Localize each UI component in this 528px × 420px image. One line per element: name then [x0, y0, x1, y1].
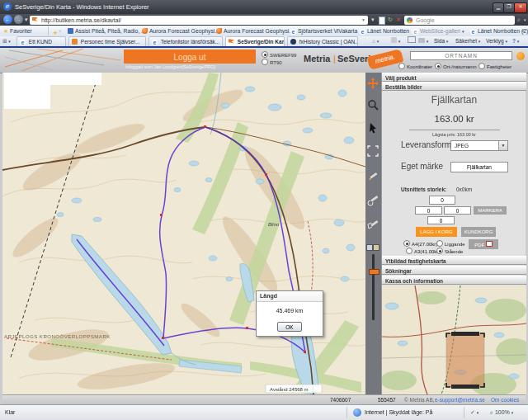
kundkorg-button[interactable]: KUNDKORG: [461, 227, 496, 237]
favorite-link[interactable]: Aurora Forecast Geophysi...: [216, 26, 294, 36]
forward-button[interactable]: →: [14, 15, 23, 24]
status-text: Klar: [5, 409, 15, 415]
pan-tool-icon[interactable]: [366, 78, 380, 91]
zoom-level-control[interactable]: ⌕ 100% ▾: [490, 409, 513, 416]
overview-selection[interactable]: [446, 333, 484, 387]
map-scale-label: Avstånd 24568 m: [270, 387, 309, 392]
pointer-tool-icon[interactable]: [366, 122, 380, 135]
favorite-link[interactable]: eLänet Norrbotten (2): [470, 26, 528, 36]
section-kassa[interactable]: Kassa och information: [382, 276, 526, 285]
add-favorite-icon[interactable]: ★＋: [53, 26, 62, 36]
select-arrow-icon[interactable]: ▼: [498, 141, 507, 150]
favorites-button[interactable]: ★ Favoriter: [3, 26, 32, 36]
pdf-icon: [486, 241, 493, 247]
help-button[interactable]: ? ▾: [512, 36, 519, 46]
window-title: SeSverige/Din Karta - Windows Internet E…: [15, 0, 149, 14]
place-search-input[interactable]: [410, 51, 512, 60]
zoom-tool-icon[interactable]: [366, 99, 380, 112]
mode-ortnamn-radio[interactable]: Ort-/naturnamn: [435, 63, 477, 69]
search-dropdown-icon[interactable]: ▾: [524, 16, 526, 24]
extent-top-input[interactable]: [429, 196, 455, 205]
zoom-slider-track[interactable]: [372, 254, 375, 320]
markera-button[interactable]: MARKERA: [474, 206, 507, 215]
section-bestalla-bilder[interactable]: Beställa bilder: [382, 82, 526, 91]
swatch-tan[interactable]: [373, 244, 380, 251]
orient-liggande-radio[interactable]: Liggande: [436, 240, 465, 247]
extent-right-input[interactable]: [444, 206, 471, 215]
browser-window: e SeSverige/Din Karta - Windows Internet…: [0, 0, 528, 420]
back-button[interactable]: ←: [3, 15, 12, 24]
tab-telefonlistor[interactable]: e Telefonlistor länsförsäk...: [148, 36, 223, 46]
tab-fxhistory[interactable]: fxHistory Classic | OAN...: [287, 36, 358, 46]
minimize-button[interactable]: ▁: [493, 2, 504, 13]
zoom-slider-handle[interactable]: [369, 269, 380, 275]
menu-sida[interactable]: Sida ▾: [434, 36, 448, 46]
search-box[interactable]: Google: [404, 16, 515, 25]
tab-personec[interactable]: Personec time Självser...: [68, 36, 146, 46]
orient-staende-radio[interactable]: Stående: [436, 248, 463, 254]
extent-left-input[interactable]: [415, 206, 442, 215]
pdf-button[interactable]: PDF: [469, 239, 498, 249]
favorite-link[interactable]: eSjöfartsverket ViVakarta: [290, 26, 357, 36]
coordinate-north: 7406607: [330, 397, 351, 403]
favorite-link[interactable]: Assist Piteå, Piteå, Radio, ...: [68, 26, 146, 36]
close-button[interactable]: ✕: [514, 2, 527, 13]
refresh-dropdown-icon[interactable]: ▾: [371, 16, 375, 24]
eget-marke-input[interactable]: [450, 162, 508, 172]
swatch-blue[interactable]: [366, 244, 373, 251]
draw-polygon-tool-icon[interactable]: [366, 219, 380, 233]
cookies-link[interactable]: Om cookies: [491, 397, 519, 403]
home-button[interactable]: ⌂ ▾: [372, 36, 379, 46]
length-dialog-title: Längd: [257, 291, 323, 302]
favorite-link[interactable]: eLänet Norrbotten: [360, 26, 409, 36]
mode-fastigheter-radio[interactable]: Fastigheter: [478, 63, 512, 69]
draw-line-tool-icon[interactable]: [366, 170, 380, 183]
section-ytbildad[interactable]: Ytbildad fastighetskarta: [382, 256, 526, 265]
search-go-button[interactable]: [516, 52, 525, 60]
google-logo-icon: [407, 17, 412, 23]
maximize-button[interactable]: ❐: [503, 2, 515, 13]
favorite-link[interactable]: Aurora Forecast Geophysi...: [142, 26, 219, 36]
product-name: Fjällkartan: [382, 94, 526, 106]
print-button[interactable]: ▾: [418, 36, 428, 46]
ok-button[interactable]: OK: [277, 322, 302, 332]
paper-a3-radio[interactable]: A3(41.00kr): [406, 248, 440, 254]
search-magnifier-icon[interactable]: ⌕: [517, 16, 521, 24]
title-bar: e SeSverige/Din Karta - Windows Internet…: [0, 0, 528, 14]
format-select[interactable]: JPEG ▼: [450, 140, 508, 151]
page-icon[interactable]: [379, 17, 385, 25]
order-panel: Välj produkt Beställa bilder Fjällkartan…: [381, 73, 526, 394]
extent-bottom-input[interactable]: [427, 216, 455, 224]
logout-button[interactable]: Logga ut: [124, 50, 256, 64]
favorites-overflow-icon[interactable]: »: [521, 26, 525, 36]
refresh-icon[interactable]: ↻: [388, 16, 393, 24]
paper-a4-radio[interactable]: A4(27.00kr): [403, 240, 437, 247]
menu-verktyg[interactable]: Verktyg ▾: [486, 36, 507, 46]
read-mail-icon[interactable]: [408, 36, 416, 46]
tab-ett-kund[interactable]: e Ett KUND: [16, 36, 66, 46]
lagg-i-korg-button[interactable]: LÄGG I KORG: [416, 227, 457, 237]
history-dropdown-icon[interactable]: ▾: [25, 16, 28, 24]
feeds-button[interactable]: ▾: [391, 36, 400, 46]
tab-sesverige-active[interactable]: SeSverige/Din Karta ✕: [225, 36, 285, 46]
map-footer-bar: 7406607 555457 © Metria AB, e-support@me…: [2, 394, 526, 404]
section-valj-produkt[interactable]: Välj produkt: [382, 73, 526, 82]
url-field[interactable]: http://butiken.metria.se/dkavtal/ ▼: [30, 16, 368, 25]
draw-circle-tool-icon[interactable]: [366, 195, 380, 208]
map-region-label: ARJEPLOGS KRONOÖVERLOPPSMARK: [4, 333, 111, 339]
quick-tabs-icon[interactable]: ⊞ ▾: [2, 36, 11, 46]
crs-sweref99-radio[interactable]: SWEREF99: [262, 51, 296, 58]
layer-swatches[interactable]: [366, 239, 380, 252]
overview-map[interactable]: [382, 286, 526, 394]
protected-mode-icon[interactable]: ✓ ▾: [470, 409, 478, 416]
favorite-link[interactable]: eWebSlice-galleri ▾: [412, 26, 464, 36]
menu-sakerhet[interactable]: Säkerhet ▾: [455, 36, 480, 46]
stop-icon[interactable]: ✕: [396, 16, 401, 24]
select-area-tool-icon[interactable]: [366, 145, 380, 158]
map-canvas[interactable]: ARJEPLOGS KRONOÖVERLOPPSMARK Blino Avstå…: [2, 73, 365, 394]
crs-rt90-radio[interactable]: RT90: [262, 59, 282, 65]
mode-koordinater-radio[interactable]: Koordinater: [398, 63, 432, 69]
support-link[interactable]: e-support@metria.se: [435, 397, 485, 403]
section-sokningar[interactable]: Sökningar: [382, 266, 526, 275]
url-dropdown-icon[interactable]: ▼: [361, 16, 365, 25]
